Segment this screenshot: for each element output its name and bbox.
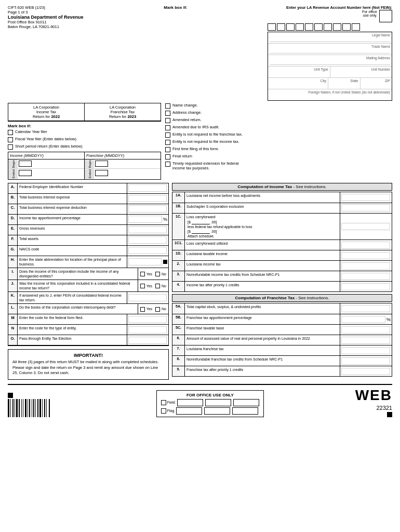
yes-checkbox-L[interactable] (140, 307, 145, 312)
short-period-checkbox[interactable] (8, 144, 13, 150)
income-begin-input[interactable] (19, 161, 32, 167)
comp-input-5A[interactable] (341, 305, 390, 312)
unit-number-input[interactable] (332, 71, 391, 76)
row-text-G: NAICS code (18, 246, 127, 256)
checkbox-first_time_filing[interactable] (165, 147, 170, 152)
no-checkbox-I[interactable] (155, 272, 160, 276)
checkbox-item-amended_return: Amended return. (165, 117, 248, 123)
row-input-C[interactable] (128, 205, 167, 212)
row-label-G: G. (8, 246, 18, 256)
checkbox-amended_return[interactable] (165, 118, 170, 123)
checkbox-label-amended_irs: Amended due to IRS audit. (172, 125, 219, 129)
state-input[interactable] (330, 83, 358, 88)
unit-number-label: Unit Number (332, 68, 391, 71)
comp-label-5B: 5B. (172, 314, 185, 324)
comp-input-9[interactable] (341, 368, 390, 375)
row-input-A[interactable] (128, 184, 167, 192)
calendar-year-checkbox[interactable] (8, 130, 13, 135)
city-input[interactable] (270, 83, 326, 88)
row-label-I: I. (8, 268, 18, 280)
trade-name-input[interactable] (270, 48, 390, 54)
row-input-M[interactable] (128, 316, 167, 323)
income-ended-input[interactable] (19, 170, 32, 176)
comp-input-1D[interactable] (341, 252, 390, 259)
row-input-G[interactable] (128, 247, 167, 254)
row-text-E: Gross revenues (18, 225, 127, 235)
row-input-H[interactable] (128, 258, 162, 265)
checkbox-address_change[interactable] (165, 111, 170, 116)
unit-type-input[interactable] (270, 71, 328, 76)
fiscal-year-label: Fiscal Year filer (Enter dates below) (15, 137, 76, 141)
comp-label-4: 4. (172, 282, 185, 291)
field-input3[interactable] (233, 399, 259, 406)
comp-input-4[interactable] (341, 283, 390, 290)
comp-input-1C_head[interactable] (341, 223, 390, 230)
page-number: Page 1 of 3 (8, 10, 84, 15)
ended-label-right: Ended (85, 169, 94, 179)
important-text: All three (3) pages of this return MUST … (12, 360, 164, 376)
comp-input-3[interactable] (341, 273, 390, 280)
unit-type-label: Unit Type (270, 68, 328, 71)
checkbox-name_change[interactable] (165, 103, 170, 109)
yes-checkbox-I[interactable] (140, 272, 145, 276)
comp-input-1A[interactable] (341, 194, 390, 201)
address2: Baton Rouge, LA 70821-9011 (8, 24, 84, 29)
account-number-fields (268, 23, 392, 31)
comp-input-7[interactable] (341, 347, 390, 354)
important-title: IMPORTANT! (12, 353, 164, 358)
field-checkbox[interactable] (161, 400, 166, 405)
flag-input3[interactable] (232, 407, 258, 415)
franchise-ended-input[interactable] (95, 170, 108, 176)
field-input[interactable] (177, 399, 203, 406)
row-input-N[interactable] (128, 326, 167, 334)
for-office-only-section: FOR OFFICE USE ONLY Field Flag (156, 390, 264, 417)
field-input2[interactable] (205, 399, 231, 406)
legal-name-input[interactable] (270, 37, 390, 42)
comp-input-2[interactable] (341, 262, 390, 270)
ended-label-left: Ended (8, 169, 18, 179)
row-input-O[interactable] (128, 337, 167, 344)
comp-input-8[interactable] (341, 357, 390, 365)
comp-input-1C1[interactable] (341, 242, 390, 249)
comp-input-6[interactable] (341, 337, 390, 344)
checkbox-not_required_franchise[interactable] (165, 132, 170, 138)
row-text-F: Total assets (18, 235, 127, 245)
for-office-label: For office use only. (362, 10, 377, 22)
row-input-K[interactable] (128, 294, 167, 301)
row-input-E[interactable] (128, 226, 167, 233)
foreign-nation-input[interactable] (270, 94, 390, 99)
form-row-J: J.Was the income of this corporation inc… (8, 280, 168, 292)
checkbox-item-address_change: Address change. (165, 110, 248, 116)
no-checkbox-J[interactable] (155, 284, 160, 288)
mailing-address-input[interactable] (270, 60, 390, 65)
comp-input-5C[interactable] (341, 326, 390, 334)
row-label-B: B. (8, 194, 18, 204)
no-checkbox-L[interactable] (155, 307, 160, 312)
yes-checkbox-J[interactable] (140, 284, 145, 288)
checkbox-timely_extension[interactable] (165, 162, 170, 167)
franchise-begin-input[interactable] (95, 161, 108, 167)
comp-input-1B[interactable] (341, 204, 390, 211)
row-input-F[interactable] (128, 236, 167, 244)
checkbox-not_required_income[interactable] (165, 140, 170, 145)
comp-label-6: 6. (172, 335, 185, 345)
flag-checkbox[interactable] (161, 408, 166, 414)
comp-row-5B: 5B.Franchise tax apportionment percentag… (172, 314, 392, 324)
fiscal-year-checkbox[interactable] (8, 137, 13, 142)
for-office-box (379, 10, 392, 22)
checkbox-amended_irs[interactable] (165, 125, 170, 130)
flag-input2[interactable] (204, 407, 230, 415)
zip-input[interactable] (362, 83, 391, 88)
income-tax-title: Computation of Income Tax - See instruct… (172, 183, 392, 191)
row-input-B[interactable] (128, 195, 167, 202)
comp-label-1B: 1B. (172, 203, 185, 213)
comp-row-1C1: 1C1.Loss carryforward utilized (172, 240, 392, 250)
comp-input-5B[interactable] (341, 316, 385, 323)
flag-input[interactable] (176, 407, 202, 415)
row-input-D[interactable] (128, 216, 162, 223)
franchise-date-label: Franchise (MMDDYY) (85, 152, 161, 159)
form-row-I: I.Does the income of this corporation in… (8, 268, 168, 280)
checkbox-final_return[interactable] (165, 154, 170, 159)
form-row-H: H.Enter the state abbreviation for locat… (8, 256, 168, 268)
comp-text-2: Louisiana income tax (185, 261, 340, 271)
